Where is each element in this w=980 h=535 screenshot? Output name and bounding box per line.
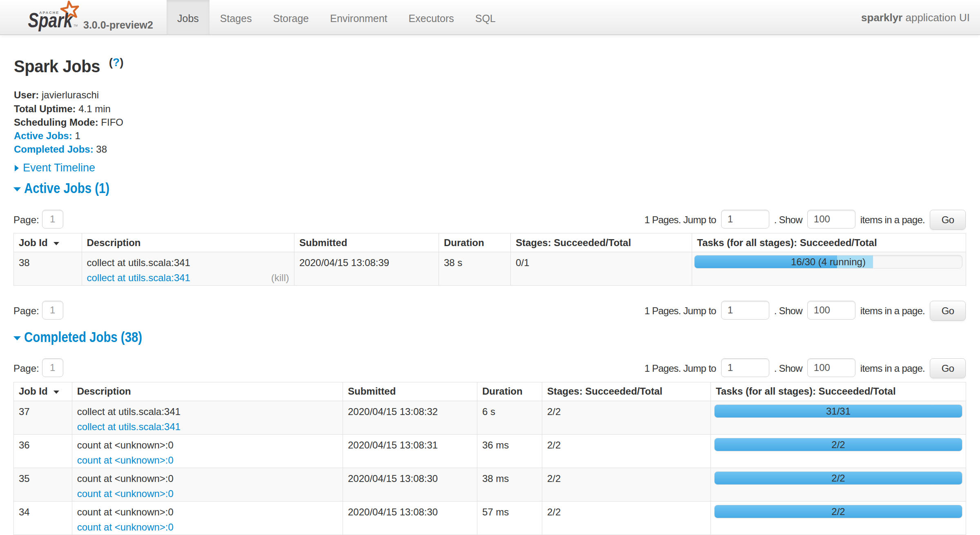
svg-text:Spark: Spark — [28, 9, 74, 32]
svg-text:TM: TM — [74, 24, 78, 27]
